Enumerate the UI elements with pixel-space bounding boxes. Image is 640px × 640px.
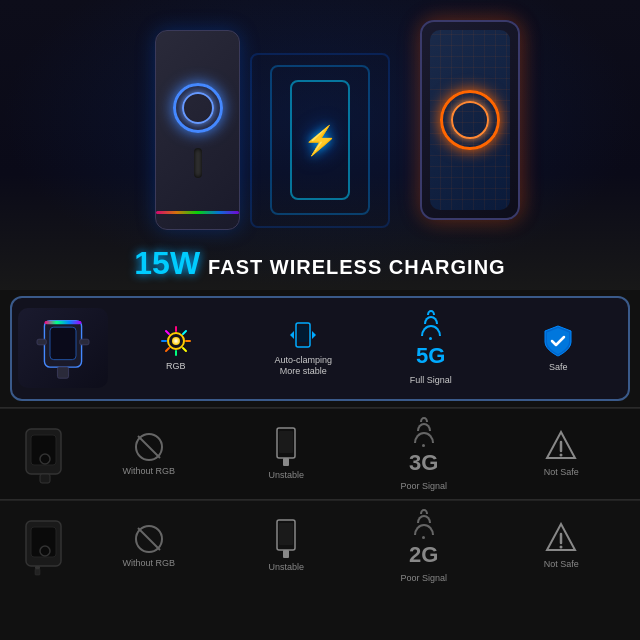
svg-rect-19 [31, 435, 56, 465]
page-wrapper: ⚡ 15W FAST WIRELESS CHARGING [0, 0, 640, 640]
comp-item-not-safe-1: Not Safe [493, 430, 631, 477]
feature-label-safe: Safe [549, 362, 568, 374]
comp-item-3g-1: 3G Poor Signal [355, 417, 493, 491]
svg-rect-2 [44, 320, 81, 324]
charge-text: FAST WIRELESS CHARGING [208, 256, 506, 279]
charge-heading: 15W FAST WIRELESS CHARGING [0, 245, 640, 282]
no-rgb-circle-icon-1 [133, 431, 165, 463]
coil-icon [173, 83, 223, 133]
comparison-row-2: Without RGB Unstable [0, 500, 640, 591]
comp-label-no-rgb-1: Without RGB [122, 466, 175, 476]
unstable-phone-icon-2 [272, 519, 300, 559]
wave-small-gray [420, 417, 428, 422]
warning-icon-1 [545, 430, 577, 464]
svg-rect-3 [37, 339, 46, 345]
comp-label-poor-signal-1: Poor Signal [400, 481, 447, 491]
comp-label-not-safe-2: Not Safe [544, 559, 579, 569]
feature-label-signal: Full Signal [410, 375, 452, 387]
feature-label-auto-clamp: Auto-clampingMore stable [274, 355, 332, 378]
svg-line-23 [138, 436, 160, 458]
svg-rect-33 [35, 569, 40, 575]
svg-line-13 [183, 348, 186, 351]
svg-rect-25 [279, 431, 293, 453]
svg-rect-1 [50, 327, 76, 360]
comp-item-2g-2: 2G Poor Signal [355, 509, 493, 583]
comp-item-unstable-1: Unstable [218, 427, 356, 480]
2g-label: 2G [409, 542, 438, 568]
svg-rect-5 [57, 367, 68, 378]
comparison-section: Without RGB Unstable [0, 408, 640, 640]
svg-rect-37 [279, 523, 293, 545]
comp-label-no-rgb-2: Without RGB [122, 558, 175, 568]
svg-rect-4 [80, 339, 89, 345]
features-section: RGB Auto-clampingMore stable [0, 290, 640, 407]
hero-section: ⚡ 15W FAST WIRELESS CHARGING [0, 0, 640, 290]
no-rgb-circle-icon-2 [133, 523, 165, 555]
svg-point-28 [560, 454, 563, 457]
unstable-phone-icon-1 [272, 427, 300, 467]
wave-large-gray-2 [414, 524, 434, 535]
mount-dark-icon-1 [18, 424, 73, 484]
signal-dot-gray-2 [422, 536, 425, 539]
wave-large [421, 325, 441, 336]
feature-item-rgb: RGB [112, 321, 240, 377]
svg-line-12 [166, 331, 169, 334]
svg-rect-32 [35, 566, 40, 569]
svg-rect-21 [40, 474, 50, 483]
svg-line-14 [183, 331, 186, 334]
rgb-sun-icon [160, 325, 192, 357]
comp-thumb-2 [10, 513, 80, 578]
power-label: 15W [134, 245, 200, 282]
wave-small-gray-2 [420, 509, 428, 514]
svg-rect-30 [31, 527, 56, 557]
5g-label: 5G [416, 343, 445, 369]
wave-medium [424, 316, 438, 324]
signal-waves-2g [414, 509, 434, 539]
feature-item-signal: 5G Full Signal [367, 306, 495, 391]
svg-rect-26 [283, 458, 289, 466]
slot-indicator [194, 148, 202, 178]
signal-dot [429, 337, 432, 340]
3g-label: 3G [409, 450, 438, 476]
energy-waves: ⚡ [220, 50, 420, 230]
comparison-row-1: Without RGB Unstable [0, 408, 640, 499]
feature-label-rgb: RGB [166, 361, 186, 373]
phone-device [420, 20, 520, 220]
wave-medium-gray-2 [417, 515, 431, 523]
comp-label-unstable-1: Unstable [268, 470, 304, 480]
mount-dark-icon-2 [18, 516, 73, 576]
warning-icon-2 [545, 522, 577, 556]
svg-point-7 [172, 337, 180, 345]
product-thumbnail [18, 308, 108, 388]
wave-medium-gray [417, 423, 431, 431]
shield-safe-icon [543, 324, 573, 358]
signal-dot-gray [422, 444, 425, 447]
comp-item-no-rgb-2: Without RGB [80, 523, 218, 568]
svg-point-40 [560, 546, 563, 549]
svg-rect-38 [283, 550, 289, 558]
feature-item-safe: Safe [495, 320, 623, 378]
features-card: RGB Auto-clampingMore stable [10, 296, 630, 401]
comp-label-not-safe-1: Not Safe [544, 467, 579, 477]
comp-thumb-1 [10, 421, 80, 486]
comp-item-not-safe-2: Not Safe [493, 522, 631, 569]
wave-small [427, 310, 435, 315]
target-circle [440, 90, 500, 150]
signal-waves-3g [414, 417, 434, 447]
wave-large-gray [414, 432, 434, 443]
mount-svg-icon [33, 316, 93, 381]
comp-label-unstable-2: Unstable [268, 562, 304, 572]
signal-waves-5g [421, 310, 441, 340]
auto-clamp-icon [288, 319, 318, 351]
svg-rect-17 [298, 326, 308, 342]
lightning-bolt: ⚡ [303, 124, 338, 157]
comp-item-no-rgb-1: Without RGB [80, 431, 218, 476]
comp-item-unstable-2: Unstable [218, 519, 356, 572]
comp-label-poor-signal-2: Poor Signal [400, 573, 447, 583]
svg-line-15 [166, 348, 169, 351]
feature-item-auto-clamp: Auto-clampingMore stable [240, 315, 368, 382]
phone-screen [430, 30, 510, 210]
svg-line-35 [138, 528, 160, 550]
